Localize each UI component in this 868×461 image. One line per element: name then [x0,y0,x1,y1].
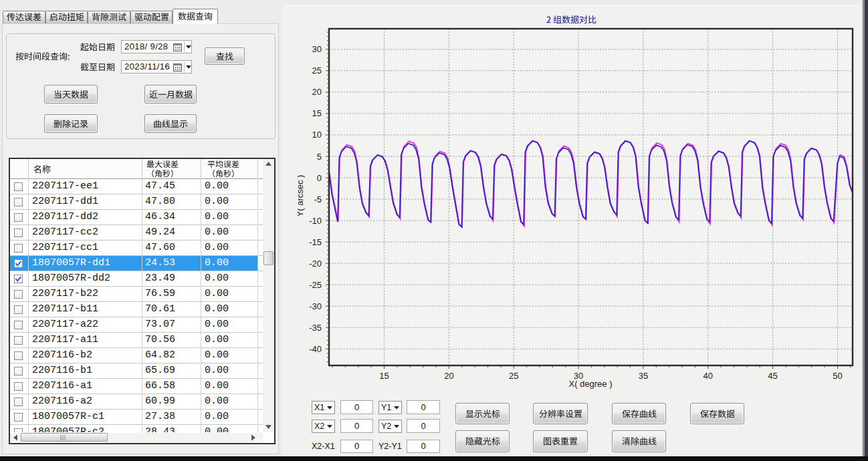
svg-text:-25: -25 [309,280,322,290]
svg-text:X( degree ): X( degree ) [568,379,612,389]
svg-text:10: 10 [312,130,322,140]
svg-text:0: 0 [317,173,322,183]
svg-text:-5: -5 [314,194,322,204]
svg-text:5: 5 [317,152,322,162]
svg-text:Y( arcsec ): Y( arcsec ) [298,175,305,217]
svg-text:-20: -20 [309,259,322,269]
svg-text:-15: -15 [309,237,322,247]
svg-text:45: 45 [768,371,777,381]
svg-text:25: 25 [509,371,518,381]
svg-text:20: 20 [312,87,322,97]
svg-text:30: 30 [312,44,322,54]
svg-text:15: 15 [312,108,322,118]
svg-text:-40: -40 [309,344,322,354]
svg-text:20: 20 [444,371,453,381]
svg-text:-35: -35 [309,323,322,333]
svg-text:15: 15 [379,371,389,381]
svg-text:35: 35 [639,371,648,381]
svg-text:40: 40 [703,371,713,381]
svg-text:-30: -30 [309,301,322,311]
svg-text:50: 50 [833,371,842,381]
svg-text:25: 25 [312,65,322,75]
svg-text:-10: -10 [309,216,322,226]
